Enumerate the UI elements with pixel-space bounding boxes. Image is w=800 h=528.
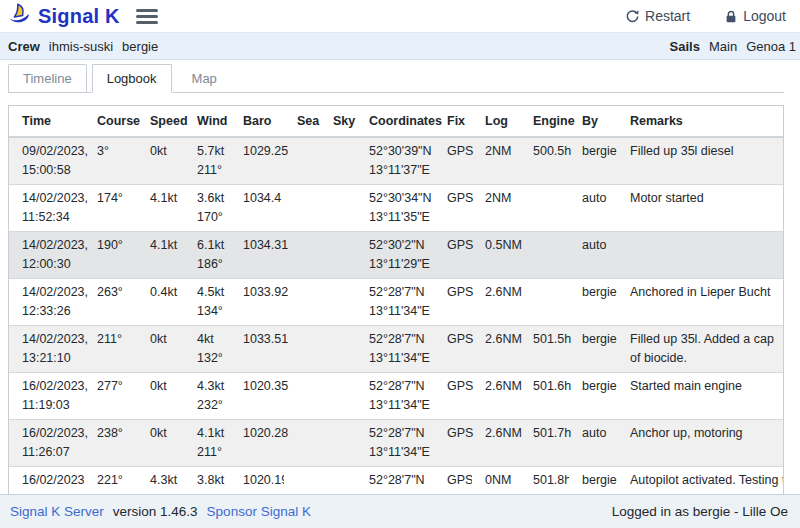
cell-course: 3° bbox=[84, 137, 137, 185]
top-navbar: Signal K Restart Logout bbox=[0, 0, 800, 33]
cell-time: 14/02/2023,11:52:34 bbox=[9, 185, 84, 232]
logbook-row[interactable]: 14/02/2023,12:00:30 190° 4.1kt 6.1kt186°… bbox=[9, 232, 783, 279]
cell-fix: GPS bbox=[434, 185, 472, 232]
cell-sea bbox=[284, 232, 320, 279]
sails-group: Sails Main Genoa 1 bbox=[670, 39, 796, 54]
cell-course: 238° bbox=[84, 420, 137, 467]
col-course: Course bbox=[84, 106, 137, 137]
cell-coordinates: 52°30'39"N13°11'37"E bbox=[356, 137, 434, 185]
col-by: By bbox=[569, 106, 617, 137]
col-wind: Wind bbox=[184, 106, 230, 137]
cell-by: bergie bbox=[569, 326, 617, 373]
cell-time: 16/02/2023,11:19:03 bbox=[9, 373, 84, 420]
cell-course: 190° bbox=[84, 232, 137, 279]
cell-sky bbox=[320, 326, 356, 373]
tab-timeline[interactable]: Timeline bbox=[8, 64, 87, 93]
cell-speed: 0kt bbox=[137, 420, 184, 467]
crew-group: Crew ihmis-suski bergie bbox=[8, 39, 158, 54]
cell-log: 2NM bbox=[472, 137, 520, 185]
cell-sea bbox=[284, 279, 320, 326]
cell-sea bbox=[284, 137, 320, 185]
cell-coordinates: 52°28'7"N13°11'34"E bbox=[356, 420, 434, 467]
brand-title: Signal K bbox=[38, 5, 120, 28]
cell-baro: 1034.31 bbox=[230, 232, 284, 279]
cell-course: 174° bbox=[84, 185, 137, 232]
cell-speed: 0kt bbox=[137, 326, 184, 373]
cell-course: 221° bbox=[84, 467, 137, 495]
cell-engine bbox=[520, 232, 569, 279]
col-coordinates: Coordinates bbox=[356, 106, 434, 137]
cell-coordinates: 52°30'2"N13°11'29"E bbox=[356, 232, 434, 279]
cell-by: auto bbox=[569, 232, 617, 279]
cell-wind: 5.7kt211° bbox=[184, 137, 230, 185]
cell-time: 14/02/2023,12:33:26 bbox=[9, 279, 84, 326]
cell-remarks: Autopilot activated. Testing the bbox=[617, 467, 783, 495]
cell-sea bbox=[284, 326, 320, 373]
cell-remarks: Anchor up, motoring bbox=[617, 420, 783, 467]
cell-engine bbox=[520, 279, 569, 326]
cell-remarks: Anchored in Lieper Bucht bbox=[617, 279, 783, 326]
logbook-row[interactable]: 14/02/2023,13:21:10 211° 0kt 4kt132° 103… bbox=[9, 326, 783, 373]
sail-item: Main bbox=[709, 39, 737, 54]
crew-label: Crew bbox=[8, 39, 40, 54]
restart-icon bbox=[625, 9, 640, 24]
cell-coordinates: 52°28'7"N13°11'34"E bbox=[356, 326, 434, 373]
cell-sea bbox=[284, 373, 320, 420]
cell-baro: 1020.28 bbox=[230, 420, 284, 467]
logbook-row[interactable]: 14/02/2023,11:52:34 174° 4.1kt 3.6kt170°… bbox=[9, 185, 783, 232]
logbook-row[interactable]: 14/02/2023,12:33:26 263° 0.4kt 4.5kt134°… bbox=[9, 279, 783, 326]
logbook-row[interactable]: 16/02/2023,11:19:03 277° 0kt 4.3kt232° 1… bbox=[9, 373, 783, 420]
cell-speed: 0kt bbox=[137, 137, 184, 185]
cell-course: 263° bbox=[84, 279, 137, 326]
cell-remarks: Filled up 35l. Added a cap of biocide. bbox=[617, 326, 783, 373]
cell-remarks: Started main engine bbox=[617, 373, 783, 420]
cell-engine: 501.6h bbox=[520, 373, 569, 420]
cell-log: 2.6NM bbox=[472, 279, 520, 326]
cell-log: 2.6NM bbox=[472, 373, 520, 420]
cell-course: 211° bbox=[84, 326, 137, 373]
cell-sky bbox=[320, 137, 356, 185]
logbook-table-body: 09/02/2023,15:00:58 3° 0kt 5.7kt211° 102… bbox=[9, 137, 783, 494]
server-link[interactable]: Signal K Server bbox=[10, 504, 104, 519]
app-footer: Signal K Server version 1.46.3 Sponsor S… bbox=[0, 494, 800, 528]
cell-engine: 501.7h bbox=[520, 420, 569, 467]
cell-remarks: Motor started bbox=[617, 185, 783, 232]
cell-wind: 4kt132° bbox=[184, 326, 230, 373]
cell-by: bergie bbox=[569, 373, 617, 420]
tab-content: Time Course Speed Wind Baro Sea Sky Coor… bbox=[0, 93, 800, 494]
logbook-header-row: Time Course Speed Wind Baro Sea Sky Coor… bbox=[9, 106, 783, 137]
logout-button[interactable]: Logout bbox=[724, 8, 786, 24]
cell-baro: 1029.25 bbox=[230, 137, 284, 185]
col-baro: Baro bbox=[230, 106, 284, 137]
logbook-row[interactable]: 16/02/2023, 221° 4.3kt 3.8kt 1020.19 52°… bbox=[9, 467, 783, 495]
cell-speed: 4.1kt bbox=[137, 232, 184, 279]
cell-baro: 1034.4 bbox=[230, 185, 284, 232]
cell-speed: 4.1kt bbox=[137, 185, 184, 232]
cell-log: 0.5NM bbox=[472, 232, 520, 279]
cell-coordinates: 52°28'7"N13°11'34"E bbox=[356, 279, 434, 326]
cell-log: 2.6NM bbox=[472, 326, 520, 373]
sponsor-link[interactable]: Sponsor Signal K bbox=[207, 504, 311, 519]
col-sea: Sea bbox=[284, 106, 320, 137]
restart-button[interactable]: Restart bbox=[625, 8, 690, 24]
logbook-row[interactable]: 09/02/2023,15:00:58 3° 0kt 5.7kt211° 102… bbox=[9, 137, 783, 185]
cell-baro: 1020.19 bbox=[230, 467, 284, 495]
cell-engine: 501.5h bbox=[520, 326, 569, 373]
tab-map[interactable]: Map bbox=[177, 64, 232, 93]
cell-wind: 4.1kt211° bbox=[184, 420, 230, 467]
cell-by: auto bbox=[569, 420, 617, 467]
tab-logbook[interactable]: Logbook bbox=[92, 64, 172, 93]
cell-sea bbox=[284, 185, 320, 232]
cell-time: 09/02/2023,15:00:58 bbox=[9, 137, 84, 185]
brand[interactable]: Signal K bbox=[8, 2, 120, 30]
cell-fix: GPS bbox=[434, 137, 472, 185]
cell-sky bbox=[320, 232, 356, 279]
hamburger-menu-icon[interactable] bbox=[136, 8, 158, 24]
logbook-row[interactable]: 16/02/2023,11:26:07 238° 0kt 4.1kt211° 1… bbox=[9, 420, 783, 467]
signalk-logo-icon bbox=[8, 2, 32, 30]
cell-coordinates: 52°28'7"N bbox=[356, 467, 434, 495]
sails-label: Sails bbox=[670, 39, 700, 54]
cell-wind: 3.6kt170° bbox=[184, 185, 230, 232]
cell-remarks bbox=[617, 232, 783, 279]
cell-sky bbox=[320, 373, 356, 420]
